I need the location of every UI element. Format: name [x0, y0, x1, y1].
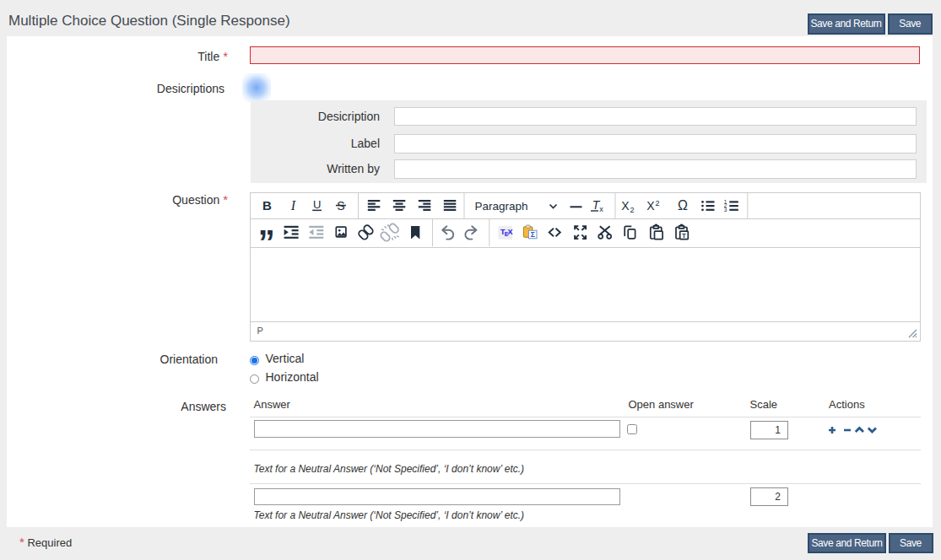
svg-text:U: U	[312, 198, 320, 211]
svg-text:2: 2	[655, 199, 659, 207]
svg-text:X: X	[507, 228, 512, 236]
svg-text:T: T	[682, 232, 686, 240]
svg-text:Σ: Σ	[530, 230, 534, 239]
svg-text:Ω: Ω	[677, 198, 687, 213]
svg-text:X: X	[621, 199, 630, 213]
svg-text:I: I	[289, 198, 295, 213]
svg-text:”: ”	[257, 223, 274, 246]
svg-text:Paragraph: Paragraph	[474, 200, 527, 213]
svg-text:x: x	[599, 205, 603, 213]
svg-text:X: X	[646, 199, 655, 213]
svg-text:3: 3	[723, 207, 727, 213]
svg-text:2: 2	[630, 206, 634, 214]
svg-text:B: B	[262, 198, 272, 213]
